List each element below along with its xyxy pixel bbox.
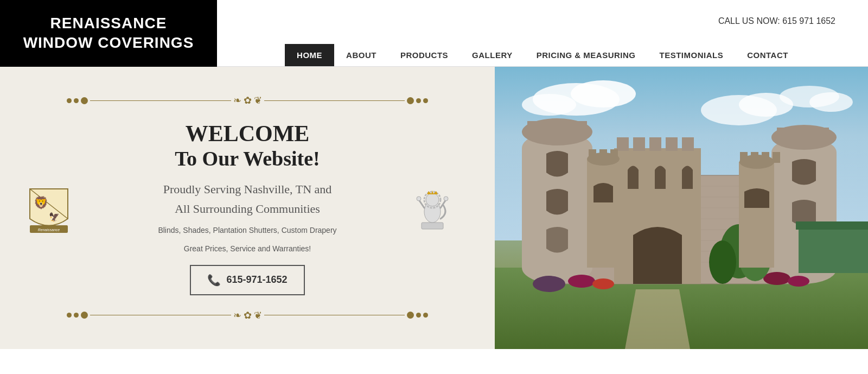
svg-rect-5	[422, 223, 443, 229]
nav-home[interactable]: HOME	[285, 44, 334, 66]
bot-line-left	[90, 315, 231, 316]
phone-number: 615-971-1652	[226, 274, 287, 286]
svg-text:Renaissance: Renaissance	[38, 228, 60, 232]
divider-swirl-right: ❦	[254, 96, 262, 105]
bot-center-ornament: ✿	[244, 310, 252, 320]
nav-products[interactable]: PRODUCTS	[388, 44, 460, 66]
nav-about[interactable]: ABOUT	[334, 44, 388, 66]
bot-dot-5	[416, 313, 421, 318]
logo-text: RENAISSANCE WINDOW COVERINGS	[23, 14, 194, 53]
svg-text:🦅: 🦅	[49, 212, 60, 222]
svg-point-52	[533, 276, 565, 292]
divider-dot-2	[74, 98, 79, 103]
nav-contact[interactable]: CONTACT	[735, 44, 800, 66]
main-nav: HOME ABOUT PRODUCTS GALLERY PRICING & ME…	[217, 44, 868, 66]
divider-dot-3	[81, 97, 88, 104]
svg-point-12	[444, 196, 448, 201]
svg-point-56	[788, 276, 809, 287]
svg-point-20	[809, 92, 853, 112]
call-us-text: CALL US NOW: 615 971 1652	[718, 5, 868, 26]
bot-dot-3	[81, 312, 88, 319]
phone-icon: 📞	[207, 274, 221, 287]
header-right: CALL US NOW: 615 971 1652 HOME ABOUT PRO…	[217, 0, 868, 66]
serving-line2: All Surrounding Communities	[158, 201, 336, 218]
bottom-ornate-divider: ❧ ✿ ❦	[67, 310, 428, 320]
svg-rect-50	[666, 137, 678, 151]
castle-image-panel	[495, 67, 868, 349]
svg-point-55	[763, 272, 790, 285]
logo-line2: WINDOW COVERINGS	[23, 34, 194, 51]
svg-line-9	[419, 200, 424, 208]
svg-marker-73	[796, 221, 868, 230]
main-content: ❧ ✿ ❦ 🦁 🦅 Renaissance	[0, 67, 868, 349]
svg-point-59	[709, 240, 736, 284]
divider-dot-4	[407, 97, 414, 104]
svg-rect-44	[805, 128, 815, 140]
divider-line-right	[264, 100, 405, 102]
svg-rect-70	[762, 152, 769, 163]
svg-rect-68	[740, 152, 748, 163]
svg-rect-47	[617, 137, 629, 151]
bot-dot-1	[67, 313, 72, 318]
svg-rect-65	[610, 149, 618, 160]
svg-rect-69	[751, 152, 758, 163]
divider-dot-1	[67, 98, 72, 103]
bot-swirl-left: ❧	[233, 310, 241, 320]
lion-badge-right	[413, 189, 451, 227]
castle-svg	[495, 67, 868, 349]
header: RENAISSANCE WINDOW COVERINGS CALL US NOW…	[0, 0, 868, 67]
welcome-subtitle: To Our Website!	[158, 147, 336, 170]
logo-block: RENAISSANCE WINDOW COVERINGS	[0, 0, 217, 67]
divider-dot-6	[423, 98, 428, 103]
logo-line1: RENAISSANCE	[50, 15, 167, 31]
svg-rect-71	[773, 152, 780, 163]
products-line2: Great Prices, Service and Warranties!	[158, 243, 336, 255]
svg-rect-38	[560, 121, 571, 135]
svg-point-16	[522, 94, 576, 116]
svg-rect-66	[739, 162, 774, 268]
divider-center-ornament: ✿	[244, 96, 252, 105]
svg-rect-39	[576, 121, 587, 135]
divider-swirl-left: ❧	[233, 96, 241, 105]
nav-gallery[interactable]: GALLERY	[460, 44, 525, 66]
svg-rect-45	[819, 128, 829, 140]
svg-rect-49	[649, 137, 661, 151]
svg-point-15	[571, 80, 636, 107]
svg-point-54	[592, 278, 614, 289]
svg-rect-61	[587, 159, 620, 268]
hero-left-panel: ❧ ✿ ❦ 🦁 🦅 Renaissance	[0, 67, 495, 349]
coat-of-arms-left: 🦁 🦅 Renaissance	[27, 186, 71, 230]
svg-rect-42	[777, 128, 787, 140]
svg-marker-60	[625, 289, 690, 349]
svg-rect-37	[544, 121, 554, 135]
svg-rect-36	[527, 121, 538, 135]
svg-point-11	[417, 196, 421, 201]
nav-pricing[interactable]: PRICING & MEASURING	[525, 44, 648, 66]
serving-line1: Proudly Serving Nashville, TN and	[158, 181, 336, 198]
svg-point-53	[568, 275, 595, 288]
svg-rect-63	[589, 149, 596, 160]
bot-dot-6	[423, 313, 428, 318]
products-line1: Blinds, Shades, Plantation Shutters, Cus…	[158, 224, 336, 236]
phone-button[interactable]: 📞 615-971-1652	[190, 265, 304, 295]
divider-line-left	[90, 100, 231, 102]
svg-rect-48	[633, 137, 645, 151]
bot-dot-4	[407, 312, 414, 319]
welcome-title: WELCOME	[158, 121, 336, 147]
bot-dot-2	[74, 313, 79, 318]
svg-point-7	[426, 193, 439, 206]
svg-rect-72	[799, 230, 868, 273]
svg-rect-64	[599, 149, 607, 160]
bot-swirl-right: ❦	[254, 310, 262, 320]
divider-dot-5	[416, 98, 421, 103]
bot-line-right	[264, 315, 405, 316]
hero-center-content: WELCOME To Our Website! Proudly Serving …	[93, 115, 401, 300]
svg-rect-43	[791, 128, 801, 140]
svg-text:🦁: 🦁	[34, 195, 49, 210]
nav-testimonials[interactable]: TESTIMONIALS	[648, 44, 736, 66]
top-ornate-divider: ❧ ✿ ❦	[67, 96, 428, 105]
svg-rect-51	[682, 137, 694, 151]
